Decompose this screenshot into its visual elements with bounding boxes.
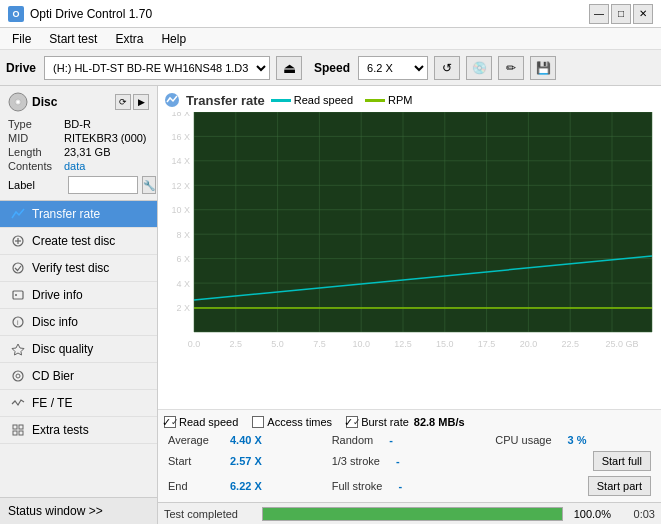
stats-row-3: End 6.22 X Full stroke - Start part bbox=[164, 474, 655, 498]
nav-item-create-test-disc[interactable]: Create test disc bbox=[0, 228, 157, 255]
svg-point-6 bbox=[13, 263, 23, 273]
title-bar: O Opti Drive Control 1.70 — □ ✕ bbox=[0, 0, 661, 28]
burst-rate-checkbox-item[interactable]: ✓ Burst rate 82.8 MB/s bbox=[346, 416, 464, 428]
access-times-checkbox[interactable] bbox=[252, 416, 264, 428]
nav-item-fe-te[interactable]: FE / TE bbox=[0, 390, 157, 417]
sidebar: Disc ⟳ ▶ Type BD-R MID RITEKBR3 (000) Le… bbox=[0, 86, 158, 524]
maximize-button[interactable]: □ bbox=[611, 4, 631, 24]
label-action-button[interactable]: 🔧 bbox=[142, 176, 156, 194]
menu-file[interactable]: File bbox=[4, 30, 39, 48]
menu-start-test[interactable]: Start test bbox=[41, 30, 105, 48]
menu-extra[interactable]: Extra bbox=[107, 30, 151, 48]
time-display: 0:03 bbox=[619, 508, 655, 520]
nav-item-disc-info[interactable]: i Disc info bbox=[0, 309, 157, 336]
toolbar: Drive (H:) HL-DT-ST BD-RE WH16NS48 1.D3 … bbox=[0, 50, 661, 86]
svg-rect-16 bbox=[13, 431, 17, 435]
third-stroke-value: - bbox=[396, 455, 416, 467]
chart-svg: 18 X 16 X 14 X 12 X 10 X 8 X 6 X 4 X 2 X… bbox=[164, 112, 654, 352]
minimize-button[interactable]: — bbox=[589, 4, 609, 24]
nav-item-drive-info[interactable]: Drive info bbox=[0, 282, 157, 309]
nav-label-disc-info: Disc info bbox=[32, 315, 78, 329]
svg-rect-14 bbox=[13, 425, 17, 429]
nav-item-disc-quality[interactable]: Disc quality bbox=[0, 336, 157, 363]
disc-panel: Disc ⟳ ▶ Type BD-R MID RITEKBR3 (000) Le… bbox=[0, 86, 157, 201]
progress-percent: 100.0% bbox=[571, 508, 611, 520]
svg-text:14 X: 14 X bbox=[171, 156, 190, 166]
length-key: Length bbox=[8, 146, 64, 158]
third-stroke-stat: 1/3 stroke - bbox=[328, 449, 492, 473]
label-key: Label bbox=[8, 179, 64, 191]
end-value: 6.22 X bbox=[230, 480, 266, 492]
start-value: 2.57 X bbox=[230, 455, 266, 467]
svg-text:16 X: 16 X bbox=[171, 132, 190, 142]
read-speed-checkbox-label: Read speed bbox=[179, 416, 238, 428]
random-stat: Random - bbox=[328, 432, 492, 448]
chart-title: Transfer rate bbox=[186, 93, 265, 108]
drive-info-icon bbox=[10, 287, 26, 303]
third-stroke-label: 1/3 stroke bbox=[332, 455, 380, 467]
cpu-usage-stat: CPU usage 3 % bbox=[491, 432, 655, 448]
stats-bar: ✓ Read speed Access times ✓ Burst rate 8… bbox=[158, 409, 661, 502]
svg-rect-19 bbox=[194, 112, 652, 332]
nav-item-transfer-rate[interactable]: Transfer rate bbox=[0, 201, 157, 228]
nav-item-cd-bier[interactable]: CD Bier bbox=[0, 363, 157, 390]
nav-item-verify-test-disc[interactable]: Verify test disc bbox=[0, 255, 157, 282]
eject-button[interactable]: ⏏ bbox=[276, 56, 302, 80]
read-speed-checkbox[interactable]: ✓ bbox=[164, 416, 176, 428]
disc-action-btn2[interactable]: ▶ bbox=[133, 94, 149, 110]
start-full-button[interactable]: Start full bbox=[593, 451, 651, 471]
access-times-checkbox-item[interactable]: Access times bbox=[252, 416, 332, 428]
close-button[interactable]: ✕ bbox=[633, 4, 653, 24]
svg-point-12 bbox=[13, 371, 23, 381]
checkboxes-row: ✓ Read speed Access times ✓ Burst rate 8… bbox=[164, 414, 655, 432]
nav-label-cd-bier: CD Bier bbox=[32, 369, 74, 383]
svg-text:7.5: 7.5 bbox=[313, 339, 326, 349]
disc-header-label: Disc bbox=[32, 95, 57, 109]
svg-text:15.0: 15.0 bbox=[436, 339, 454, 349]
nav-label-disc-quality: Disc quality bbox=[32, 342, 93, 356]
app-icon: O bbox=[8, 6, 24, 22]
menu-help[interactable]: Help bbox=[153, 30, 194, 48]
label-input[interactable] bbox=[68, 176, 138, 194]
start-part-button[interactable]: Start part bbox=[588, 476, 651, 496]
nav-item-extra-tests[interactable]: Extra tests bbox=[0, 417, 157, 444]
start-full-row: Start full bbox=[491, 449, 655, 473]
chart-icon bbox=[164, 92, 180, 108]
speed-select[interactable]: Max1 X2 X4 X6.2 X8 X12 X16 X bbox=[358, 56, 428, 80]
svg-rect-7 bbox=[13, 291, 23, 299]
stats-rows: Average 4.40 X Random - CPU usage 3 % bbox=[164, 432, 655, 498]
verify-disc-icon bbox=[10, 260, 26, 276]
svg-marker-11 bbox=[12, 344, 24, 355]
start-label: Start bbox=[168, 455, 226, 467]
svg-rect-17 bbox=[19, 431, 23, 435]
create-disc-icon bbox=[10, 233, 26, 249]
type-key: Type bbox=[8, 118, 64, 130]
contents-value[interactable]: data bbox=[64, 160, 85, 172]
status-window-button[interactable]: Status window >> bbox=[0, 497, 157, 524]
disc-button[interactable]: 💿 bbox=[466, 56, 492, 80]
drive-select[interactable]: (H:) HL-DT-ST BD-RE WH16NS48 1.D3 bbox=[44, 56, 270, 80]
svg-text:8 X: 8 X bbox=[176, 230, 190, 240]
disc-action-btn1[interactable]: ⟳ bbox=[115, 94, 131, 110]
save-button[interactable]: 💾 bbox=[530, 56, 556, 80]
svg-text:6 X: 6 X bbox=[176, 254, 190, 264]
start-stat: Start 2.57 X bbox=[164, 449, 328, 473]
nav-label-fe-te: FE / TE bbox=[32, 396, 72, 410]
average-value: 4.40 X bbox=[230, 434, 266, 446]
contents-key: Contents bbox=[8, 160, 64, 172]
nav-label-drive-info: Drive info bbox=[32, 288, 83, 302]
status-window-label: Status window >> bbox=[8, 504, 103, 518]
read-speed-checkbox-item[interactable]: ✓ Read speed bbox=[164, 416, 238, 428]
burst-rate-value: 82.8 MB/s bbox=[414, 416, 465, 428]
write-button[interactable]: ✏ bbox=[498, 56, 524, 80]
type-value: BD-R bbox=[64, 118, 91, 130]
length-value: 23,31 GB bbox=[64, 146, 110, 158]
refresh-button[interactable]: ↺ bbox=[434, 56, 460, 80]
drive-label: Drive bbox=[6, 61, 36, 75]
main-layout: Disc ⟳ ▶ Type BD-R MID RITEKBR3 (000) Le… bbox=[0, 86, 661, 524]
status-text: Test completed bbox=[164, 508, 254, 520]
svg-text:20.0: 20.0 bbox=[520, 339, 538, 349]
stats-row-2: Start 2.57 X 1/3 stroke - Start full bbox=[164, 449, 655, 473]
average-stat: Average 4.40 X bbox=[164, 432, 328, 448]
burst-rate-checkbox[interactable]: ✓ bbox=[346, 416, 358, 428]
